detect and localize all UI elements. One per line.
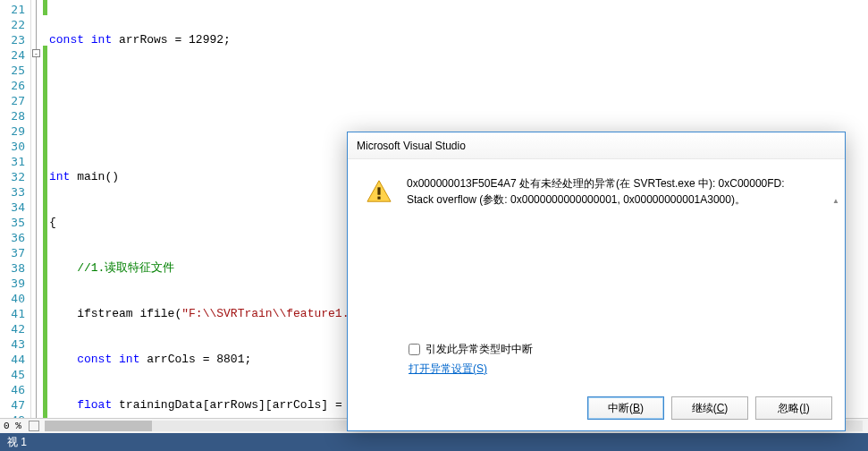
svg-rect-1 bbox=[377, 197, 380, 200]
dialog-body: 0x000000013F50E4A7 处有未经处理的异常(在 SVRTest.e… bbox=[348, 159, 845, 387]
code-token: arrRows = 12992; bbox=[112, 33, 231, 47]
line-number: 35 bbox=[0, 215, 25, 230]
line-number: 33 bbox=[0, 184, 25, 200]
code-token: arrCols = 8801; bbox=[139, 353, 251, 366]
break-button[interactable]: 中断(B) bbox=[587, 396, 664, 420]
continue-button[interactable]: 继续(C) bbox=[671, 396, 748, 420]
code-line bbox=[49, 78, 868, 93]
line-number: 44 bbox=[0, 352, 25, 367]
code-token: float bbox=[77, 398, 112, 412]
code-token: const int bbox=[49, 33, 112, 47]
line-number: 43 bbox=[0, 336, 25, 352]
svg-rect-0 bbox=[377, 187, 380, 194]
bottom-panel-tab[interactable]: 视 1 bbox=[0, 433, 868, 451]
fold-strip: - bbox=[31, 0, 43, 418]
line-number: 25 bbox=[0, 63, 25, 78]
dialog-scrollbar[interactable]: ▲ bbox=[830, 195, 841, 374]
line-number: 45 bbox=[0, 367, 25, 382]
code-token: //1.读取特征文件 bbox=[77, 261, 174, 275]
line-number: 28 bbox=[0, 108, 25, 123]
line-number: 27 bbox=[0, 93, 25, 108]
code-token: int bbox=[49, 170, 70, 183]
line-number: 23 bbox=[0, 32, 25, 47]
line-number: 34 bbox=[0, 200, 25, 215]
dialog-button-row: 中断(B) 继续(C) 忽略(I) bbox=[587, 396, 832, 420]
line-number: 29 bbox=[0, 123, 25, 139]
scrollbar-thumb[interactable] bbox=[45, 421, 152, 431]
line-number: 40 bbox=[0, 291, 25, 306]
line-number: 36 bbox=[0, 230, 25, 245]
dialog-title: Microsoft Visual Studio bbox=[348, 132, 845, 159]
line-number: 42 bbox=[0, 321, 25, 336]
zoom-dropdown-icon[interactable] bbox=[29, 421, 39, 431]
line-number: 46 bbox=[0, 382, 25, 397]
code-token: const int bbox=[77, 353, 139, 366]
line-number: 22 bbox=[0, 17, 25, 32]
code-token bbox=[49, 398, 77, 412]
line-number: 26 bbox=[0, 78, 25, 93]
code-token bbox=[49, 261, 77, 275]
line-number: 47 bbox=[0, 397, 25, 413]
dialog-message-line: Stack overflow (参数: 0x0000000000000001, … bbox=[407, 191, 816, 208]
warning-icon bbox=[366, 179, 392, 204]
scroll-up-icon[interactable]: ▲ bbox=[830, 195, 841, 206]
zoom-percent: 0 % bbox=[0, 421, 27, 431]
open-exception-settings-link[interactable]: 打开异常设置(S) bbox=[409, 362, 487, 377]
line-number: 30 bbox=[0, 139, 25, 154]
line-number: 38 bbox=[0, 260, 25, 276]
code-token: main() bbox=[70, 170, 119, 183]
break-on-exception-checkbox[interactable] bbox=[409, 344, 420, 355]
line-number: 32 bbox=[0, 169, 25, 184]
checkbox-label: 引发此异常类型时中断 bbox=[426, 342, 533, 357]
line-number: 39 bbox=[0, 276, 25, 291]
line-number: 24 bbox=[0, 47, 25, 63]
line-number-gutter: 2122232425262728293031323334353637383940… bbox=[0, 0, 31, 418]
line-number: 37 bbox=[0, 245, 25, 260]
code-token: ifstream ifile( bbox=[49, 307, 181, 320]
fold-box-icon[interactable]: - bbox=[32, 49, 40, 57]
line-number: 21 bbox=[0, 2, 25, 17]
change-marker-strip bbox=[43, 0, 47, 418]
line-number: 31 bbox=[0, 154, 25, 169]
line-number: 41 bbox=[0, 306, 25, 321]
ignore-button[interactable]: 忽略(I) bbox=[755, 396, 832, 420]
exception-dialog: Microsoft Visual Studio 0x000000013F50E4… bbox=[347, 132, 846, 431]
code-token bbox=[49, 353, 77, 366]
dialog-message-line: 0x000000013F50E4A7 处有未经处理的异常(在 SVRTest.e… bbox=[407, 175, 816, 191]
